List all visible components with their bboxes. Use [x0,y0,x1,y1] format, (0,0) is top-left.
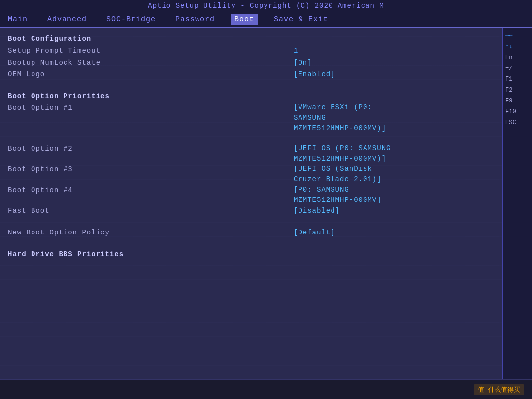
right-sidebar: →← ↑↓ En +/ F1 F2 F9 F10 ESC [502,28,532,379]
sidebar-f2: F2 [505,86,530,95]
bootup-numlock-value: [On] [294,57,312,69]
sidebar-esc: ESC [505,118,530,127]
spacer-2 [8,133,495,143]
main-content: Boot Configuration Setup Prompt Timeout … [0,28,532,379]
title-text: Aptio Setup Utility - Copyright (C) 2020… [148,2,384,10]
oem-logo-label: OEM Logo [8,69,294,81]
row-boot-option-4[interactable]: Boot Option #4 [P0: SAMSUNG MZMTE512HMHP… [8,185,495,205]
boot-option-3-value: [UEFI OS (SanDisk Cruzer Blade 2.01)] [294,164,382,185]
sidebar-arrows-ud: ↑↓ [505,42,530,51]
bootup-numlock-label: Bootup NumLock State [8,57,294,69]
setup-prompt-timeout-label: Setup Prompt Timeout [8,45,294,57]
boot-option-3-label: Boot Option #3 [8,164,294,176]
section-boot-config: Boot Configuration [8,33,495,45]
menu-boot[interactable]: Boot [231,14,258,25]
content-area: Boot Configuration Setup Prompt Timeout … [0,28,502,379]
sidebar-plus-minus: +/ [505,64,530,73]
row-boot-option-2[interactable]: Boot Option #2 [UEFI OS (P0: SAMSUNG MZM… [8,143,495,164]
menu-bar: Main Advanced SOC-Bridge Password Boot S… [0,12,532,28]
spacer-3 [8,217,495,227]
bottom-bar: 值 什么值得买 [0,379,532,399]
bios-screen: Aptio Setup Utility - Copyright (C) 2020… [0,0,532,399]
section-boot-priorities: Boot Option Priorities [8,91,495,102]
sidebar-arrows-lr: →← [505,32,530,40]
row-bootup-numlock-state[interactable]: Bootup NumLock State [On] [8,57,495,69]
row-setup-prompt-timeout[interactable]: Setup Prompt Timeout 1 [8,45,495,57]
boot-option-2-label: Boot Option #2 [8,143,294,155]
row-new-boot-option-policy[interactable]: New Boot Option Policy [Default] [8,227,495,239]
row-boot-option-3[interactable]: Boot Option #3 [UEFI OS (SanDisk Cruzer … [8,164,495,185]
sidebar-enter: En [505,53,530,62]
menu-password[interactable]: Password [171,14,219,25]
boot-config-label: Boot Configuration [8,33,294,45]
row-oem-logo[interactable]: OEM Logo [Enabled] [8,69,495,81]
section-hard-drive-bbs: Hard Drive BBS Priorities [8,249,495,261]
setup-prompt-timeout-value: 1 [294,45,298,57]
oem-logo-value: [Enabled] [294,69,335,81]
menu-save-exit[interactable]: Save & Exit [270,14,332,25]
boot-option-4-value: [P0: SAMSUNG MZMTE512HMHP-000MV] [294,185,382,205]
fast-boot-value: [Disabled] [294,205,340,217]
boot-option-1-value: [VMware ESXi (P0: SAMSUNG MZMTE512HMHP-0… [294,102,386,133]
row-boot-option-1[interactable]: Boot Option #1 [VMware ESXi (P0: SAMSUNG… [8,102,495,133]
sidebar-f9: F9 [505,97,530,105]
sidebar-f10: F10 [505,107,530,116]
boot-option-4-label: Boot Option #4 [8,185,294,197]
title-bar: Aptio Setup Utility - Copyright (C) 2020… [0,0,532,12]
fast-boot-label: Fast Boot [8,205,294,217]
new-boot-option-policy-label: New Boot Option Policy [8,227,294,239]
watermark-text: 值 什么值得买 [474,384,524,395]
boot-priorities-label: Boot Option Priorities [8,91,294,102]
sidebar-f1: F1 [505,75,530,84]
spacer-4 [8,239,495,249]
menu-main[interactable]: Main [4,14,32,25]
boot-option-1-label: Boot Option #1 [8,102,294,114]
row-fast-boot[interactable]: Fast Boot [Disabled] [8,205,495,217]
boot-option-2-value: [UEFI OS (P0: SAMSUNG MZMTE512HMHP-000MV… [294,143,391,164]
menu-soc-bridge[interactable]: SOC-Bridge [102,14,160,25]
menu-advanced[interactable]: Advanced [43,14,91,25]
hard-drive-bbs-label: Hard Drive BBS Priorities [8,249,294,261]
spacer-1 [8,81,495,91]
new-boot-option-policy-value: [Default] [294,227,335,239]
